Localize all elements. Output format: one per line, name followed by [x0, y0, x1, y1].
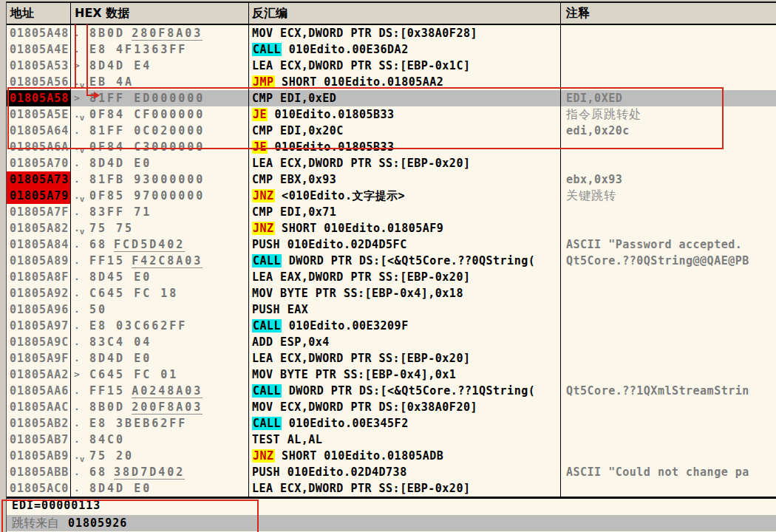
- jump-from-line[interactable]: 跳转来自01805926: [7, 515, 776, 531]
- disassembly-panel: 地址 HEX 数据 反汇编 注释 01805A48.8B0D280F8A03MO…: [6, 1, 776, 532]
- jump-flow-decoration: .: [74, 253, 89, 269]
- address-cell[interactable]: 01805AB7: [7, 432, 70, 448]
- comment-cell: [563, 41, 776, 58]
- debugger-window: 地址 HEX 数据 反汇编 注释 01805A48.8B0D280F8A03MO…: [0, 0, 776, 532]
- address-cell[interactable]: 01805A70: [7, 155, 70, 171]
- address-cell[interactable]: 01805A48: [7, 25, 70, 41]
- address-cell[interactable]: 01805AA6: [7, 383, 70, 399]
- address-cell[interactable]: 01805A92: [7, 285, 70, 301]
- disasm-row[interactable]: 01805A73.81FB 93000000CMP EBX,0x93ebx,0x…: [7, 171, 776, 188]
- jump-flow-decoration: >: [74, 366, 89, 383]
- address-cell[interactable]: 01805AA2: [7, 366, 70, 383]
- address-cell[interactable]: 01805A56: [7, 74, 70, 90]
- disasm-row[interactable]: 01805A53>8D4D E4LEA ECX,DWORD PTR SS:[EB…: [7, 58, 776, 74]
- disasm-row[interactable]: 01805A6A.v0F84 C3000000JE 010Edito.01805…: [7, 139, 776, 155]
- address-cell-breakpoint[interactable]: 01805A79: [7, 188, 70, 204]
- hex-bytes-cell: 8D45 E0: [89, 269, 248, 285]
- disasm-row[interactable]: 01805AB7.84C0TEST AL,AL: [7, 432, 776, 448]
- disasm-row[interactable]: 01805A79.v0F85 97000000JNZ <010Edito.文字提…: [7, 188, 776, 204]
- disasm-row[interactable]: 01805A4E.E8 4F1363FFCALL 010Edito.00E36D…: [7, 41, 776, 58]
- address-cell[interactable]: 01805AC0: [7, 480, 70, 497]
- mnemonic-highlight: JNZ: [252, 222, 275, 235]
- hex-bytes-cell: 8D4D E0: [89, 480, 248, 497]
- disasm-row[interactable]: 01805AB9.v75 20JNZ SHORT 010Edito.01805A…: [7, 448, 776, 464]
- address-cell[interactable]: 01805A9F: [7, 350, 70, 366]
- address-cell[interactable]: 01805AB9: [7, 448, 70, 464]
- comment-cell: [563, 220, 776, 236]
- disasm-row[interactable]: 01805AA2>C645 FC 01MOV BYTE PTR SS:[EBP-…: [7, 366, 776, 383]
- disasm-row[interactable]: 01805A7F.83FF 71CMP EDI,0x71: [7, 204, 776, 220]
- comment-cell: [563, 448, 776, 464]
- address-cell[interactable]: 01805A82: [7, 220, 70, 236]
- address-cell[interactable]: 01805A7F: [7, 204, 70, 220]
- column-header-disasm: 反汇编: [252, 6, 287, 21]
- register-info-line: EDI=00000113: [7, 499, 776, 515]
- disasm-row[interactable]: 01805A8F.8D45 E0LEA EAX,DWORD PTR SS:[EB…: [7, 269, 776, 285]
- address-cell[interactable]: 01805A96: [7, 301, 70, 318]
- disasm-row[interactable]: 01805A64.81FF 0C020000CMP EDI,0x20Cedi,0…: [7, 123, 776, 139]
- disasm-row[interactable]: 01805A9F.8D4D E0LEA ECX,DWORD PTR SS:[EB…: [7, 350, 776, 366]
- address-cell[interactable]: 01805A64: [7, 123, 70, 139]
- disasm-row[interactable]: 01805AA6.FF15A0248A03CALL DWORD PTR DS:[…: [7, 383, 776, 399]
- disasm-row[interactable]: 01805A89.FF15F42C8A03CALL DWORD PTR DS:[…: [7, 253, 776, 269]
- address-cell[interactable]: 01805A89: [7, 253, 70, 269]
- disasm-row[interactable]: 01805A70.8D4D E0LEA ECX,DWORD PTR SS:[EB…: [7, 155, 776, 171]
- disasm-row[interactable]: 01805AB2.E8 3BEB62FFCALL 010Edito.00E345…: [7, 415, 776, 432]
- hex-bytes-cell: 8D4D E0: [89, 155, 248, 171]
- comment-cell: ASCII "Could not change pa: [563, 464, 776, 480]
- disasm-row[interactable]: 01805A82.v75 75JNZ SHORT 010Edito.01805A…: [7, 220, 776, 236]
- comment-cell: [563, 350, 776, 366]
- address-cell[interactable]: 01805AAC: [7, 399, 70, 415]
- comment-cell: edi,0x20c: [563, 123, 776, 139]
- address-cell[interactable]: 01805A97: [7, 318, 70, 334]
- jump-flow-decoration: .: [74, 41, 89, 58]
- disasm-row[interactable]: 01805ABB.6838D7D402PUSH 010Edito.02D4D73…: [7, 464, 776, 480]
- hex-bytes-cell: 8B0D280F8A03: [89, 25, 248, 41]
- address-cell[interactable]: 01805A53: [7, 58, 70, 74]
- hex-bytes-cell: E8 3BEB62FF: [89, 415, 248, 432]
- hex-bytes-cell: 8D4D E0: [89, 350, 248, 366]
- disasm-cell: CMP EDI,0x71: [252, 204, 559, 220]
- address-cell[interactable]: 01805A84: [7, 236, 70, 253]
- jump-flow-decoration: .: [74, 123, 89, 139]
- jump-flow-decoration: .: [74, 155, 89, 171]
- address-cell[interactable]: 01805A4E: [7, 41, 70, 58]
- address-cell[interactable]: 01805A5E: [7, 106, 70, 123]
- comment-cell: [563, 301, 776, 318]
- disasm-row[interactable]: 01805A9C.83C4 04ADD ESP,0x4: [7, 334, 776, 350]
- comment-cell: [563, 334, 776, 350]
- disasm-row[interactable]: 01805A96.50PUSH EAX: [7, 301, 776, 318]
- disasm-row[interactable]: 01805A58>81FF ED000000CMP EDI,0xEDEDI,0X…: [7, 90, 776, 106]
- hex-bytes-cell: 75 20: [89, 448, 248, 464]
- mnemonic-highlight: CALL: [252, 319, 282, 332]
- disasm-row[interactable]: 01805A84.68FCD5D402PUSH 010Edito.02D4D5F…: [7, 236, 776, 253]
- disasm-row[interactable]: 01805A48.8B0D280F8A03MOV ECX,DWORD PTR D…: [7, 25, 776, 41]
- mnemonic-highlight: CALL: [252, 254, 282, 267]
- jump-flow-decoration: >: [74, 58, 89, 74]
- address-cell[interactable]: 01805AB2: [7, 415, 70, 432]
- jump-flow-decoration: .: [74, 350, 89, 366]
- disasm-row[interactable]: 01805A56.vEB 4AJMP SHORT 010Edito.01805A…: [7, 74, 776, 90]
- address-cell[interactable]: 01805A9C: [7, 334, 70, 350]
- disasm-cell: TEST AL,AL: [252, 432, 559, 448]
- disasm-row[interactable]: 01805A5E.v0F84 CF000000JE 010Edito.01805…: [7, 106, 776, 123]
- table-header: 地址 HEX 数据 反汇编 注释: [7, 3, 776, 25]
- disasm-row[interactable]: 01805AAC.8B0D200F8A03MOV ECX,DWORD PTR D…: [7, 399, 776, 415]
- disasm-cell: LEA EAX,DWORD PTR SS:[EBP-0x20]: [252, 269, 559, 285]
- address-cell[interactable]: 01805ABB: [7, 464, 70, 480]
- disasm-row[interactable]: 01805A97.E8 03C662FFCALL 010Edito.00E320…: [7, 318, 776, 334]
- disasm-cell: JE 010Edito.01805B33: [252, 139, 559, 155]
- disasm-cell: CALL 010Edito.00E345F2: [252, 415, 559, 432]
- hex-bytes-cell: 81FF 0C020000: [89, 123, 248, 139]
- disasm-cell: LEA ECX,DWORD PTR SS:[EBP-0x20]: [252, 350, 559, 366]
- address-cell[interactable]: 01805A6A: [7, 139, 70, 155]
- address-cell[interactable]: 01805A58: [7, 90, 70, 106]
- mnemonic-highlight: JNZ: [252, 449, 275, 463]
- mnemonic-highlight: JNZ: [252, 189, 275, 202]
- address-cell[interactable]: 01805A8F: [7, 269, 70, 285]
- jump-flow-decoration: .v: [74, 188, 89, 204]
- address-cell-breakpoint[interactable]: 01805A73: [7, 171, 70, 188]
- disasm-row[interactable]: 01805AC0.8D4D E0LEA ECX,DWORD PTR SS:[EB…: [7, 480, 776, 497]
- disasm-row[interactable]: 01805A92.C645 FC 18MOV BYTE PTR SS:[EBP-…: [7, 285, 776, 301]
- disasm-cell: CMP EBX,0x93: [252, 171, 559, 188]
